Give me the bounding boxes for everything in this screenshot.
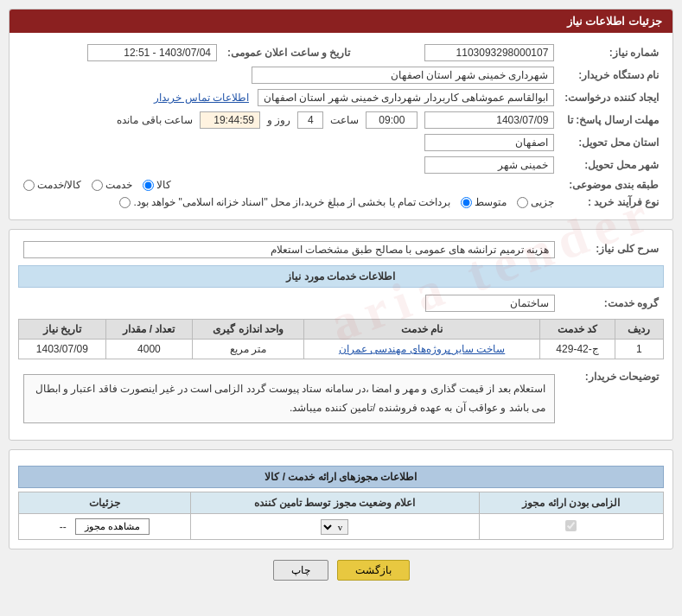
label-delivery-city: شهر محل تحویل: — [559, 154, 664, 176]
service-info-header: اطلاعات خدمات مورد نیاز — [18, 265, 664, 288]
buyer-notes-text: استعلام بعد از قیمت گذاری و مهر و امضا ،… — [23, 374, 555, 423]
cell-row-number: 1 — [615, 340, 663, 359]
print-button[interactable]: چاپ — [273, 560, 328, 581]
label-buyer-notes: توضیحات خریدار: — [560, 366, 664, 431]
category-radio-kala-khedmat[interactable] — [23, 180, 35, 191]
category-radio-kala[interactable] — [143, 180, 154, 191]
label-buyer: نام دستگاه خریدار: — [559, 64, 664, 86]
service-group-value: ساختمان — [425, 295, 555, 312]
permissions-header: اطلاعات مجوزهای ارائه خدمت / کالا — [18, 466, 664, 488]
section-title: جزئیات اطلاعات نیاز — [567, 15, 662, 28]
label-purchase-type: نوع فرآیند خرید : — [559, 194, 664, 211]
category-cell: کالا/خدمت خدمت کالا — [18, 176, 559, 194]
service-data-table: ردیف کد خدمت نام خدمت واحد اندازه گیری ت… — [18, 319, 664, 359]
purchase-type-option-esnad: برداخت تمام یا بخشی از مبلغ خرید،از محل … — [119, 196, 450, 208]
delivery-province-value: اصفهان — [424, 134, 554, 151]
category-radio-khedmat[interactable] — [92, 180, 103, 191]
category-option-kala: کالا — [143, 179, 171, 191]
table-row: 1 ج-42-429 ساخت سایر پروژه‌های مهندسی عم… — [19, 340, 664, 359]
perm-cell-status: v — [190, 514, 479, 540]
request-number-cell: 1103093298000107 — [355, 41, 559, 64]
service-group-cell: ساختمان — [18, 292, 560, 314]
buyer-notes-table: توضیحات خریدار: استعلام بعد از قیمت گذار… — [18, 366, 664, 431]
category-label-khedmat: خدمت — [105, 179, 132, 191]
info-table: شماره نیاز: 1103093298000107 تاریخ و ساع… — [18, 41, 664, 211]
label-date: تاریخ و ساعت اعلان عمومی: — [222, 41, 355, 64]
perm-cell-required — [479, 514, 663, 540]
date-value: 1403/07/04 - 12:51 — [87, 44, 217, 61]
deadline-countdown: 19:44:59 — [200, 111, 260, 129]
status-select[interactable]: v — [321, 519, 348, 535]
back-button[interactable]: بازگشت — [337, 560, 410, 581]
description-card: aria tender سرح کلی نیاز: هزینه ترمیم تر… — [9, 229, 673, 441]
buyer-cell: شهرداری خمینی شهر استان اصفهان — [18, 64, 559, 86]
permissions-table: الزامی بودن ارائه مجوز اعلام وضعیت مجوز … — [18, 492, 664, 540]
purchase-type-radio-jozei[interactable] — [517, 197, 528, 208]
perm-cell-detail: -- مشاهده مجوز — [19, 514, 191, 540]
purchase-type-label-jozei: جزیی — [531, 196, 554, 208]
detail-dash: -- — [60, 521, 67, 533]
description-cell: هزینه ترمیم ترانشه های عمومی با مصالح طب… — [18, 238, 560, 261]
buyer-notes-cell: استعلام بعد از قیمت گذاری و مهر و امضا ،… — [18, 366, 560, 431]
action-buttons: بازگشت چاپ — [9, 560, 673, 581]
col-header-date: تاریخ نیاز — [19, 320, 106, 340]
date-cell: 1403/07/04 - 12:51 — [18, 41, 222, 64]
view-permit-button[interactable]: مشاهده مجوز — [75, 518, 150, 535]
label-service-group: گروه خدمت: — [560, 292, 664, 314]
col-header-quantity: تعداد / مقدار — [105, 320, 193, 340]
purchase-type-cell: برداخت تمام یا بخشی از مبلغ خرید،از محل … — [18, 194, 559, 211]
deadline-days-label: روز و — [267, 114, 290, 126]
col-header-code: کد خدمت — [540, 320, 615, 340]
purchase-type-option-jozei: جزیی — [517, 196, 554, 208]
description-text: هزینه ترمیم ترانشه های عمومی با مصالح طب… — [23, 241, 555, 258]
col-header-row: ردیف — [615, 320, 663, 340]
purchase-type-label-motawaset: متوسط — [475, 196, 507, 208]
creator-value: ابوالقاسم عموشاهی کاربردار شهرداری خمینی… — [258, 89, 554, 106]
section-header: جزئیات اطلاعات نیاز — [10, 10, 672, 33]
deadline-date: 1403/07/09 — [424, 111, 554, 129]
label-category: طبقه بندی موضوعی: — [559, 176, 664, 194]
label-creator: ایجاد کننده درخواست: — [559, 86, 664, 109]
description-table: سرح کلی نیاز: هزینه ترمیم ترانشه های عمو… — [18, 238, 664, 261]
contact-link[interactable]: اطلاعات تماس خریدار — [154, 92, 249, 104]
perm-col-details: جزئیات — [19, 492, 191, 514]
cell-quantity: 4000 — [105, 340, 193, 359]
service-group-table: گروه خدمت: ساختمان — [18, 292, 664, 314]
buyer-value: شهرداری خمینی شهر استان اصفهان — [252, 67, 554, 84]
permissions-row: v -- مشاهده مجوز — [19, 514, 664, 540]
label-description: سرح کلی نیاز: — [560, 238, 664, 261]
label-reply-deadline: مهلت ارسال پاسخ: تا — [559, 109, 664, 131]
purchase-type-option-motawaset: متوسط — [461, 196, 507, 208]
col-header-service: نام خدمت — [303, 320, 539, 340]
permissions-card: اطلاعات مجوزهای ارائه خدمت / کالا الزامی… — [9, 449, 673, 549]
deadline-time: 09:00 — [366, 111, 417, 129]
category-option-kala-khedmat: کالا/خدمت — [23, 179, 81, 191]
creator-cell: ابوالقاسم عموشاهی کاربردار شهرداری خمینی… — [18, 86, 559, 109]
category-option-khedmat: خدمت — [92, 179, 132, 191]
cell-code: ج-42-429 — [540, 340, 615, 359]
deadline-hours-label: ساعت باقی مانده — [117, 114, 193, 126]
col-header-unit: واحد اندازه گیری — [193, 320, 304, 340]
deadline-cell: ساعت باقی مانده 19:44:59 روز و 4 ساعت 09… — [18, 109, 559, 131]
province-cell: اصفهان — [18, 131, 559, 154]
category-label-kala: کالا — [156, 179, 171, 191]
deadline-days: 4 — [297, 111, 323, 129]
purchase-type-radio-esnad[interactable] — [119, 197, 131, 208]
city-cell: خمینی شهر — [18, 154, 559, 176]
category-label-kala-khedmat: کالا/خدمت — [37, 179, 81, 191]
required-checkbox — [565, 520, 577, 531]
label-delivery-province: استان محل تحویل: — [559, 131, 664, 154]
main-details-card: جزئیات اطلاعات نیاز شماره نیاز: 11030932… — [9, 9, 673, 220]
perm-col-required: الزامی بودن ارائه مجوز — [479, 492, 663, 514]
perm-col-status: اعلام وضعیت مجوز توسط تامین کننده — [190, 492, 479, 514]
request-number-value: 1103093298000107 — [424, 44, 554, 61]
purchase-type-label-esnad: برداخت تمام یا بخشی از مبلغ خرید،از محل … — [133, 196, 450, 208]
label-request-number: شماره نیاز: — [559, 41, 664, 64]
cell-date: 1403/07/09 — [19, 340, 106, 359]
cell-unit: متر مریع — [193, 340, 304, 359]
purchase-type-radio-motawaset[interactable] — [461, 197, 472, 208]
deadline-time-label: ساعت — [330, 114, 359, 126]
cell-service-name[interactable]: ساخت سایر پروژه‌های مهندسی عمران — [303, 340, 539, 359]
delivery-city-value: خمینی شهر — [424, 156, 554, 174]
